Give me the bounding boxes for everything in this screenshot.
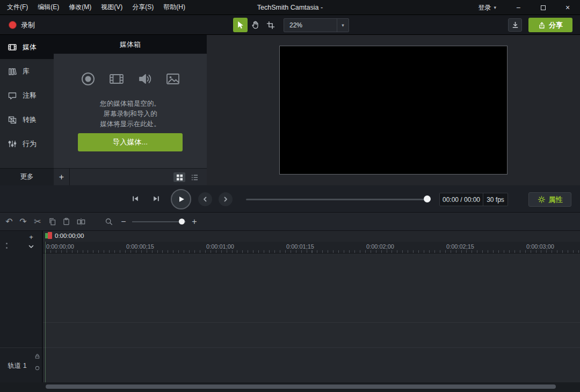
minimize-icon: − — [516, 3, 520, 12]
timeline-ruler[interactable]: 0:00:00;00 0:00:00;15 0:00:01;00 0:00:01… — [43, 242, 580, 253]
grip-dot-icon — [6, 243, 8, 244]
canvas-zoom-value: 22% — [284, 21, 337, 29]
empty-text-line: 屏幕录制和导入的 — [54, 109, 207, 119]
cursor-icon — [236, 20, 245, 30]
split-icon — [77, 217, 85, 226]
time-display: 00:00 / 00:00 30 fps — [439, 193, 508, 206]
step-back-button[interactable] — [128, 192, 142, 206]
cut-button[interactable]: ✂ — [31, 213, 44, 230]
crop-icon — [266, 21, 275, 30]
window-controls: − × — [506, 0, 580, 15]
sidebar-item-library[interactable]: 库 — [0, 59, 54, 83]
ruler-tick: 0:00:01;15 — [286, 243, 314, 250]
timeline-zoom-thumb[interactable] — [179, 219, 185, 224]
paste-icon — [62, 217, 70, 226]
record-button[interactable]: 录制 — [5, 15, 38, 35]
step-forward-button[interactable] — [149, 192, 163, 206]
zoom-in-button[interactable]: + — [188, 213, 201, 230]
menu-view[interactable]: 视图(V) — [96, 0, 127, 14]
sidebar-item-annotations[interactable]: 注释 — [0, 83, 54, 107]
menu-edit[interactable]: 编辑(E) — [33, 0, 64, 14]
current-time: 00:00 / 00:00 — [440, 193, 483, 206]
seek-slider-thumb[interactable] — [424, 195, 431, 202]
track-mute-icon[interactable] — [35, 366, 40, 371]
select-tool-button[interactable] — [233, 18, 248, 32]
grid-view-icon — [176, 174, 183, 181]
track-lock-icon[interactable] — [35, 354, 40, 359]
share-label: 分享 — [549, 20, 563, 30]
redo-button[interactable]: ↷ — [17, 213, 30, 230]
properties-label: 属性 — [549, 195, 563, 205]
track1-lane[interactable] — [43, 347, 580, 382]
sidebar-item-behaviors[interactable]: 行为 — [0, 132, 54, 156]
ruler-tick: 0:00:02;15 — [446, 243, 474, 250]
copy-icon — [48, 217, 56, 226]
add-track-button[interactable]: + — [26, 233, 37, 241]
close-button[interactable]: × — [555, 0, 580, 15]
timeline: + 轨道 1 0:00:00;00 — [0, 231, 580, 392]
jump-start-button[interactable] — [198, 192, 212, 206]
ruler-tick: 0:00:02;00 — [366, 243, 394, 250]
pan-tool-button[interactable] — [248, 18, 263, 32]
minimize-button[interactable]: − — [506, 0, 531, 15]
record-label: 录制 — [21, 20, 35, 30]
track-area[interactable] — [43, 253, 580, 382]
horizontal-scrollbar[interactable] — [46, 384, 556, 389]
sidebar-item-media[interactable]: 媒体 — [0, 35, 54, 59]
paste-button[interactable] — [60, 213, 73, 230]
menu-modify[interactable]: 修改(M) — [64, 0, 96, 14]
sidebar-item-label: 行为 — [23, 139, 37, 149]
list-view-button[interactable] — [189, 172, 200, 182]
menu-share[interactable]: 分享(S) — [127, 0, 158, 14]
play-button[interactable] — [171, 189, 191, 209]
jump-end-button[interactable] — [219, 192, 233, 206]
signin-button[interactable]: 登录 ▾ — [475, 0, 499, 15]
zoom-timeline-button[interactable] — [102, 213, 115, 230]
timeline-scrollbar-area — [0, 382, 580, 392]
crop-tool-button[interactable] — [263, 18, 278, 32]
menu-file[interactable]: 文件(F) — [2, 0, 33, 14]
share-button[interactable]: 分享 — [528, 18, 572, 32]
edit-toolbar: ↶ ↷ ✂ − + — [0, 213, 580, 231]
media-bin-panel: 您的媒体箱是空的。 屏幕录制和导入的 媒体将显示在此处。 导入媒体... — [54, 54, 207, 168]
add-media-button[interactable]: + — [54, 169, 70, 185]
sidebar-item-transitions[interactable]: 转换 — [0, 107, 54, 132]
ruler-tick: 0:00:00;00 — [46, 243, 74, 250]
track1-header[interactable]: 轨道 1 — [0, 347, 43, 382]
media-bin-empty-icons — [54, 71, 207, 86]
maximize-icon — [541, 5, 546, 10]
canvas-zoom-dropdown[interactable]: 22% ▾ — [284, 18, 349, 32]
copy-button[interactable] — [46, 213, 59, 230]
close-icon: × — [566, 3, 570, 12]
scissors-icon: ✂ — [34, 216, 41, 227]
playhead-handle[interactable] — [48, 232, 52, 239]
canvas-stage[interactable] — [279, 46, 508, 175]
ruler-tick: 0:00:03;00 — [526, 243, 554, 250]
signin-label: 登录 — [478, 3, 491, 12]
undo-button[interactable]: ↶ — [3, 213, 16, 230]
menu-help[interactable]: 帮助(H) — [158, 0, 190, 14]
grid-view-button[interactable] — [173, 172, 185, 182]
timeline-gutter: + 轨道 1 — [0, 231, 43, 382]
sidebar-item-label: 转换 — [23, 115, 37, 125]
seek-slider[interactable] — [246, 199, 431, 200]
camtasia-window: 文件(F) 编辑(E) 修改(M) 视图(V) 分享(S) 帮助(H) Tech… — [0, 0, 580, 392]
split-button[interactable] — [75, 213, 88, 230]
media-bin-title: 媒体箱 — [120, 40, 141, 49]
share-icon — [538, 21, 546, 29]
maximize-button[interactable] — [531, 0, 555, 15]
timeline-zoom-slider[interactable] — [132, 221, 186, 222]
gear-icon — [538, 195, 546, 204]
playhead-row[interactable]: 0:00:00;00 — [43, 231, 580, 242]
zoom-out-button[interactable]: − — [117, 213, 130, 230]
properties-button[interactable]: 属性 — [528, 192, 571, 207]
canvas-tools: 22% ▾ — [233, 18, 349, 32]
playhead-time: 0:00:00;00 — [55, 233, 84, 239]
import-media-button[interactable]: 导入媒体... — [78, 133, 183, 151]
audio-icon — [137, 71, 153, 86]
transition-icon — [8, 115, 17, 125]
sidebar-more-button[interactable]: 更多 — [0, 168, 54, 185]
collapse-tracks-button[interactable] — [26, 242, 37, 251]
titlebar: 文件(F) 编辑(E) 修改(M) 视图(V) 分享(S) 帮助(H) Tech… — [0, 0, 580, 15]
export-local-button[interactable] — [508, 18, 522, 32]
